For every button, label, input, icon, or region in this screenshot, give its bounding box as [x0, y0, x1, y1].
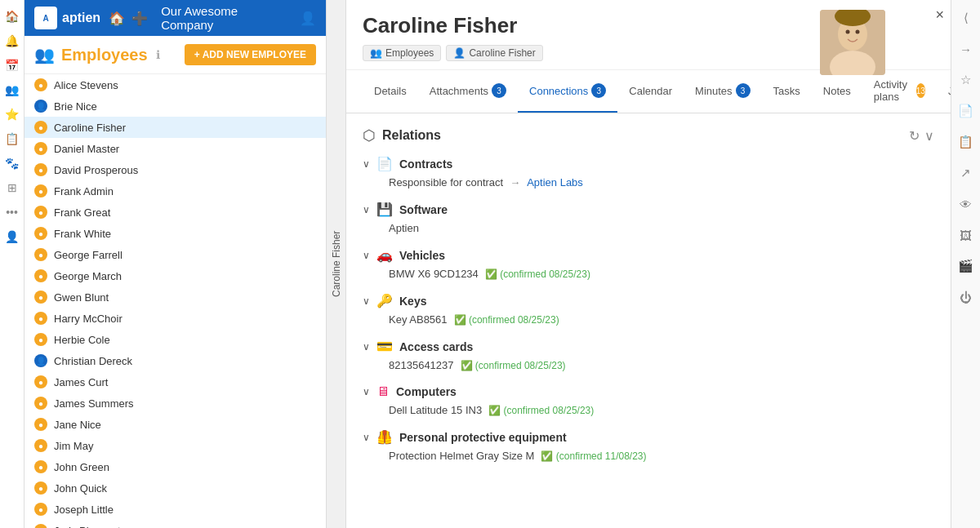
employee-name: Frank Great — [54, 206, 110, 219]
confirmed-badge: ✅ (confirmed 08/25/23) — [454, 314, 559, 326]
star-icon[interactable]: ⭐ — [2, 104, 22, 124]
close-button[interactable]: × — [935, 7, 944, 24]
clipboard-icon[interactable]: 📋 — [2, 129, 22, 149]
breadcrumb-item[interactable]: 👤Caroline Fisher — [446, 45, 542, 61]
employee-icon: ● — [34, 439, 47, 452]
tab-activity-plans[interactable]: Activity plans13 — [862, 70, 937, 113]
relation-item: Protection Helmet Gray Size M✅ (confirme… — [363, 450, 934, 462]
employee-item[interactable]: ● Gwen Blunt — [24, 286, 326, 308]
relation-item-target[interactable]: Aptien Labs — [527, 176, 583, 189]
tab-badge: 3 — [492, 83, 506, 98]
employee-item[interactable]: ● John Quick — [24, 477, 326, 499]
employee-item[interactable]: ● Jim May — [24, 435, 326, 456]
calendar-icon[interactable]: 📅 — [2, 55, 22, 75]
refresh-button[interactable]: ↻ — [909, 128, 920, 144]
rs-star-icon[interactable]: ☆ — [955, 69, 978, 91]
employee-icon: ● — [34, 397, 47, 410]
employee-item[interactable]: 👤 Christian Dereck — [24, 350, 326, 371]
rs-doc-icon[interactable]: 📄 — [955, 100, 978, 122]
tab-job[interactable]: Job — [937, 70, 951, 113]
employee-name: Christian Dereck — [54, 355, 132, 367]
employee-item[interactable]: ● Frank Great — [24, 202, 326, 223]
relation-section-header[interactable]: ∨ 🔑 Keys — [363, 293, 934, 308]
person-icon[interactable]: 👤 — [2, 227, 22, 246]
employee-item[interactable]: ● Jane Nice — [24, 414, 326, 435]
group-icon[interactable]: 👥 — [2, 80, 22, 100]
employee-item[interactable]: ● Frank White — [24, 223, 326, 244]
relation-section: ∨ 🚗 Vehicles BMW X6 9CD1234✅ (confirmed … — [363, 247, 934, 280]
employee-item[interactable]: 👤 Brie Nice — [24, 95, 326, 117]
employee-item[interactable]: ● George Farrell — [24, 244, 326, 265]
rs-power-icon[interactable]: ⏻ — [955, 286, 978, 308]
employee-item[interactable]: ● Joseph Little — [24, 499, 326, 520]
employee-icon: ● — [34, 163, 47, 176]
employee-name: George March — [54, 270, 122, 282]
rs-eye-icon[interactable]: 👁 — [955, 193, 978, 215]
content-area: ⬡ Relations ↻ ∨ ∨ 📄 Contracts Responsibl… — [346, 113, 951, 528]
employee-item[interactable]: ● Judy Pleasant — [24, 520, 326, 528]
tab-notes[interactable]: Notes — [812, 70, 862, 113]
employee-icon: ● — [34, 78, 47, 91]
employee-item[interactable]: ● James Curt — [24, 371, 326, 393]
rs-share-icon[interactable]: ↗ — [955, 162, 978, 184]
employee-name: Brie Nice — [54, 100, 97, 113]
tab-tasks[interactable]: Tasks — [762, 70, 812, 113]
relation-section: ∨ 🖥 Computers Dell Latitude 15 IN3✅ (con… — [363, 384, 934, 416]
employee-item[interactable]: ● George March — [24, 265, 326, 286]
more-icon[interactable]: ••• — [2, 202, 22, 222]
add-nav-icon[interactable]: ➕ — [131, 11, 148, 26]
chevron-icon: ∨ — [363, 386, 370, 397]
rs-video-icon[interactable]: 🎬 — [955, 255, 978, 277]
tab-badge: 3 — [591, 83, 606, 98]
tab-attachments[interactable]: Attachments3 — [418, 70, 518, 113]
expand-button[interactable]: ∨ — [924, 128, 934, 144]
relation-section-header[interactable]: ∨ 🖥 Computers — [363, 384, 934, 399]
relation-section-header[interactable]: ∨ 🦺 Personal protective equipment — [363, 429, 934, 445]
employee-list: ● Alice Stevens 👤 Brie Nice ● Caroline F… — [24, 74, 326, 528]
relation-section-header[interactable]: ∨ 💾 Software — [363, 202, 934, 217]
relation-section: ∨ 💾 Software Aptien — [363, 202, 934, 234]
home-icon[interactable]: 🏠 — [2, 7, 22, 26]
employee-name: Joseph Little — [54, 504, 114, 516]
employee-name: John Green — [54, 461, 109, 473]
relation-section-header[interactable]: ∨ 💳 Access cards — [363, 339, 934, 354]
home-nav-icon[interactable]: 🏠 — [109, 11, 125, 26]
rs-arrow-left-icon[interactable]: ⟨ — [955, 7, 978, 29]
paw-icon[interactable]: 🐾 — [2, 153, 22, 173]
employee-name: Gwen Blunt — [54, 291, 109, 304]
employee-item[interactable]: ● David Prosperous — [24, 159, 326, 180]
rs-doc2-icon[interactable]: 📋 — [955, 131, 978, 153]
rs-image-icon[interactable]: 🖼 — [955, 224, 978, 246]
relation-type-title: Keys — [399, 295, 426, 308]
confirmed-badge: ✅ (confirmed 08/25/23) — [488, 405, 594, 416]
tab-connections[interactable]: Connections3 — [518, 70, 617, 113]
relation-section-header[interactable]: ∨ 📄 Contracts — [363, 156, 934, 171]
employee-item[interactable]: ● Daniel Master — [24, 138, 326, 159]
relation-item-text: Protection Helmet Gray Size M — [389, 450, 534, 462]
employee-item[interactable]: ● Herbie Cole — [24, 329, 326, 350]
breadcrumb-item[interactable]: 👥Employees — [363, 45, 441, 61]
employee-item[interactable]: ● Harry McChoir — [24, 308, 326, 329]
grid-icon[interactable]: ⊞ — [2, 178, 22, 197]
right-sidebar: ⟨ → ☆ 📄 📋 ↗ 👁 🖼 🎬 ⏻ — [951, 0, 980, 528]
employee-item[interactable]: ● John Green — [24, 456, 326, 477]
info-icon[interactable]: ℹ — [156, 48, 160, 61]
employee-item[interactable]: ● Alice Stevens — [24, 74, 326, 95]
employee-icon: ● — [34, 503, 47, 516]
add-employee-button[interactable]: + ADD NEW EMPLOYEE — [185, 44, 316, 65]
rs-arrow-right-icon[interactable]: → — [955, 38, 978, 60]
tab-minutes[interactable]: Minutes3 — [684, 70, 762, 113]
tab-details[interactable]: Details — [363, 70, 418, 113]
bell-icon[interactable]: 🔔 — [2, 31, 22, 51]
relation-section-header[interactable]: ∨ 🚗 Vehicles — [363, 247, 934, 263]
employee-item[interactable]: ● Frank Admin — [24, 180, 326, 202]
employee-item[interactable]: ● Caroline Fisher — [24, 117, 326, 138]
relations-actions: ↻ ∨ — [909, 128, 934, 144]
left-icon-nav: 🏠 🔔 📅 👥 ⭐ 📋 🐾 ⊞ ••• 👤 — [0, 0, 24, 528]
avatar-nav-icon[interactable]: 👤 — [300, 11, 316, 26]
employee-item[interactable]: ● James Summers — [24, 393, 326, 414]
employee-icon: 👤 — [34, 100, 47, 113]
employee-name: David Prosperous — [54, 164, 138, 176]
tab-calendar[interactable]: Calendar — [617, 70, 684, 113]
employee-icon: ● — [34, 418, 47, 431]
